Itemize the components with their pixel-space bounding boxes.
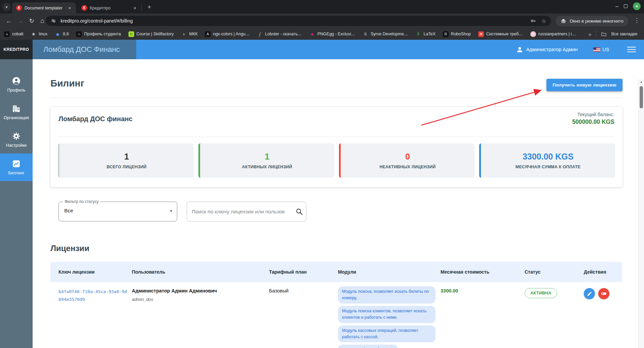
kreditpro-logo[interactable]: KREDITPRO	[0, 40, 33, 59]
stat-total-licenses: 1 ВСЕГО ЛИЦЕНЗИЙ	[58, 143, 194, 178]
bookmarks-overflow-button[interactable]: »	[589, 31, 591, 37]
browser-toolbar: ← → ↻ ⌂ kreditpro.org/control-panel/#/bi…	[0, 13, 644, 28]
sidebar-item-billing[interactable]: Биллинг	[0, 153, 33, 181]
browser-menu-button[interactable]: ⋮	[634, 17, 640, 24]
scrollbar-thumb[interactable]	[640, 86, 643, 108]
bookmark-item[interactable]: ★linux	[31, 31, 47, 37]
search-input[interactable]	[192, 202, 299, 221]
app-title: Ломбард ДОС Финанс	[43, 45, 120, 54]
tab-favicon: K	[16, 5, 22, 11]
window-close-button[interactable]: ×	[633, 2, 641, 10]
stat-inactive-licenses: 0 НЕАКТИВНЫХ ЛИЦЕНЗИЙ	[339, 143, 475, 178]
stat-active-licenses: 1 АКТИВНЫХ ЛИЦЕНЗИЙ	[198, 143, 334, 178]
window-controls: – ×	[615, 2, 641, 10]
deactivate-license-button[interactable]	[598, 288, 609, 299]
billing-page: Билинг Получить новую лицензию Ломбард Д…	[33, 59, 638, 348]
bookmark-item[interactable]: ʃLobster - скачать…	[257, 31, 302, 37]
bookmark-item[interactable]: HСистемные треб…	[478, 31, 523, 37]
bookmark-item[interactable]: ◆8.8	[55, 31, 69, 37]
get-new-license-button[interactable]: Получить новую лицензию	[546, 79, 622, 91]
tab-divider	[141, 4, 142, 11]
bookmark-favicon: »	[4, 31, 10, 37]
scroll-up-icon[interactable]: ▲	[639, 80, 644, 83]
bookmark-item[interactable]: •russianpartners | i…	[530, 31, 576, 37]
forward-button[interactable]: →	[16, 17, 24, 25]
bookmark-item[interactable]: ●PNGEgg - Exclusi…	[309, 31, 355, 37]
status-filter-select[interactable]: Фильтр по статусу Все ▾	[59, 202, 177, 221]
status-badge-active: АКТИВНА	[525, 288, 557, 298]
back-button[interactable]: ←	[5, 17, 13, 25]
license-stats: 1 ВСЕГО ЛИЦЕНЗИЙ 1 АКТИВНЫХ ЛИЦЕНЗИЙ 0 Н…	[58, 143, 615, 178]
url-text[interactable]: kreditpro.org/control-panel/#/billing	[61, 18, 530, 24]
sidebar-item-organization[interactable]: Организация	[0, 98, 33, 126]
incognito-badge: Окно в режиме инкогнито	[556, 16, 628, 26]
bookmark-favicon: •	[530, 31, 536, 37]
hamburger-menu-icon[interactable]	[627, 47, 636, 53]
diamond-icon: ◆	[55, 31, 61, 37]
edit-license-button[interactable]	[584, 288, 595, 299]
licenses-section-title: Лицензии	[50, 244, 89, 253]
stat-monthly-sum: 3300.00 KGS МЕСЯЧНАЯ СУММА К ОПЛАТЕ	[479, 143, 615, 178]
globe-icon: ◗	[181, 31, 187, 37]
user-icon	[516, 46, 524, 54]
home-button[interactable]: ⌂	[38, 17, 46, 25]
star-icon: ★	[31, 31, 36, 37]
maximize-button[interactable]	[624, 4, 628, 8]
license-user-login: admin_dos	[132, 297, 269, 302]
bookmark-favicon: R	[443, 31, 449, 37]
incognito-icon	[560, 18, 567, 24]
bookmark-favicon: H	[478, 31, 484, 37]
new-tab-button[interactable]: +	[145, 3, 153, 11]
table-row: b4fa0f40-f10a-45ca-93a0-9d694e3570d9 Адм…	[50, 282, 622, 348]
bookmark-item[interactable]: Angx-colors | Angu…	[205, 31, 250, 37]
reload-button[interactable]: ↻	[28, 17, 36, 25]
person-circle-icon	[12, 76, 21, 85]
sidebar-item-settings[interactable]: Настройки	[0, 126, 33, 153]
tab-kreditpro[interactable]: K Кредитпро ×	[77, 2, 141, 13]
module-chip: Модуль кассовых операций, позволяет рабо…	[338, 325, 435, 343]
bookmark-favicon: δ	[415, 31, 421, 37]
folder-icon	[601, 31, 607, 37]
sidebar: Профиль Организация	[0, 59, 33, 348]
bookmark-item[interactable]: ◗МКК	[181, 31, 197, 37]
user-name[interactable]: Администратор Админ	[526, 47, 578, 52]
bookmark-item[interactable]: δLaTeX	[415, 31, 435, 37]
organization-card: Ломбард ДОС финанс Текущий баланс: 50000…	[50, 107, 622, 187]
language-label[interactable]: US	[603, 47, 609, 52]
license-monthly-cost: 3300.00	[441, 288, 525, 348]
toggle-off-icon	[601, 290, 607, 297]
address-bar[interactable]: kreditpro.org/control-panel/#/billing ☆	[46, 16, 551, 26]
bookmark-favicon: S	[363, 31, 368, 37]
bookmark-item[interactable]: RRoboShop	[443, 31, 471, 37]
bookmark-item[interactable]: »cobalt	[4, 31, 23, 37]
tab-title: Document templater	[25, 6, 64, 10]
all-bookmarks-button[interactable]: Все закладки	[611, 32, 637, 36]
tab-document-templater[interactable]: K Document templater ×	[12, 2, 76, 13]
search-icon[interactable]	[295, 208, 303, 216]
browser-tabstrip: ▾ K Document templater × K Кредитпро × +…	[0, 0, 644, 13]
tab-search-button[interactable]: ▾	[2, 3, 11, 11]
bookmark-favicon: ʃ	[257, 31, 263, 37]
sidebar-item-profile[interactable]: Профиль	[0, 71, 33, 98]
license-key-link[interactable]: b4fa0f40-f10a-45ca-93a0-9d694e3570d9	[59, 288, 127, 304]
minimize-button[interactable]: –	[615, 5, 618, 8]
site-settings-icon[interactable]	[50, 18, 56, 24]
password-key-icon[interactable]	[530, 18, 537, 24]
incognito-label: Окно в режиме инкогнито	[570, 19, 623, 24]
chevron-down-icon: ▾	[170, 208, 172, 213]
bookmark-item[interactable]: ∩Профиль студента	[76, 31, 121, 37]
divider	[58, 137, 615, 137]
chart-icon	[12, 159, 21, 168]
close-icon[interactable]: ×	[132, 5, 138, 11]
screen: ▾ K Document templater × K Кредитпро × +…	[0, 0, 644, 348]
bookmark-star-icon[interactable]: ☆	[541, 18, 546, 24]
close-icon[interactable]: ×	[67, 5, 73, 11]
bookmark-item[interactable]: ∷Course | Skillfactory	[128, 31, 174, 37]
plus-icon: +	[148, 4, 151, 11]
app-window: KREDITPRO Ломбард ДОС Финанс Администрат…	[0, 40, 644, 348]
page-scrollbar[interactable]: ▲ ▼	[638, 79, 644, 348]
pencil-icon	[587, 291, 592, 297]
page-title: Билинг	[50, 78, 84, 89]
bookmark-item[interactable]: SSyrve Developme…	[363, 31, 408, 37]
us-flag-icon[interactable]	[593, 47, 600, 52]
